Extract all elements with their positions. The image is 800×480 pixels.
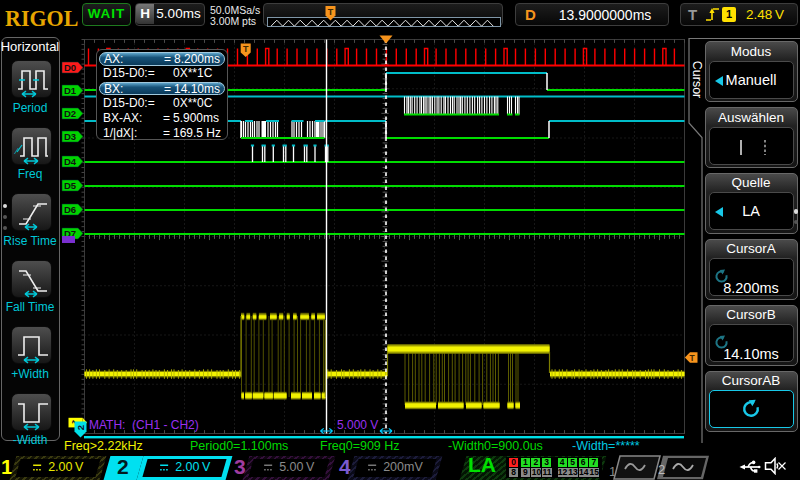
svg-text:D5: D5 <box>64 180 77 191</box>
svg-text:T: T <box>243 44 249 54</box>
svg-text:D0: D0 <box>64 62 76 73</box>
svg-text:D6: D6 <box>64 204 76 215</box>
svg-text:2: 2 <box>75 425 86 430</box>
svg-text:D3: D3 <box>64 131 76 142</box>
svg-text:D2: D2 <box>64 108 76 119</box>
svg-text:D4: D4 <box>64 156 77 167</box>
svg-text:D1: D1 <box>64 85 77 96</box>
